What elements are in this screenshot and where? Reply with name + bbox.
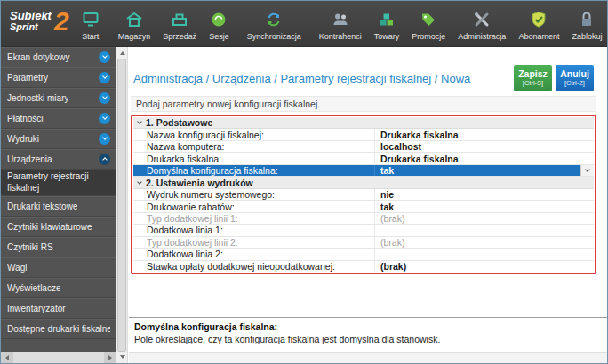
toolbar-item-start[interactable]: Start [75,1,107,46]
sidebar-item-inwentaryzator[interactable]: Inwentaryzator [1,298,116,319]
property-row-drukowanie-rabatow[interactable]: Drukowanie rabatów: tak [133,201,594,212]
sidebar-item-parametry[interactable]: Parametry [1,67,116,88]
toolbar-item-abonament[interactable]: Abonament [512,1,565,46]
property-row-typ-dodatkowej-linii-1[interactable]: Typ dodatkowej linii 1: (brak) [133,213,594,225]
sidebar-horizontal-scrollbar[interactable] [1,352,116,363]
scrollbar-thumb[interactable] [117,59,126,352]
shield-icon [529,10,548,29]
toolbar-item-synchronizacja[interactable]: Synchronizacja [241,1,308,46]
property-grid: 1. Podstawowe Nazwa konfiguracji fiskaln… [133,117,594,272]
field-description-panel: Domyślna konfiguracja fiskalna: Pole okr… [129,317,607,352]
toolbar-item-zablokuj[interactable]: Zablokuj [565,1,608,46]
cancel-button[interactable]: Anuluj [Ctrl-Z] [556,65,594,91]
property-row-typ-dodatkowej-linii-2[interactable]: Typ dodatkowej linii 2: (brak) [133,237,594,249]
content-bottom-strip [129,352,607,363]
toolbar-item-promocje[interactable]: Promocje [405,1,452,46]
field-description-title: Domyślna konfiguracja fiskalna: [134,321,600,332]
logo-line1: Subiekt [10,10,52,22]
sessions-icon [209,10,228,29]
scroll-left-icon[interactable] [1,352,13,363]
logo-line2: Sprint [10,22,52,33]
app-logo: Subiekt Sprint 2 [1,1,75,46]
content-vertical-scrollbar[interactable] [116,47,128,363]
sidebar-item-wagi[interactable]: Wagi [1,257,116,278]
sync-icon [264,10,284,29]
property-row-nazwa-konfiguracji-fiskalnej[interactable]: Nazwa konfiguracji fiskalnej: Drukarka f… [133,129,594,140]
scrollbar-track[interactable] [13,352,104,363]
chevron-down-icon[interactable] [99,133,110,145]
dropdown-button[interactable] [580,165,594,176]
property-row-stawka-oplaty-dodatkowej[interactable]: Stawka opłaty dodatkowej nieopodatkowane… [133,261,594,272]
scroll-up-icon[interactable] [116,48,128,59]
contractors-icon [331,10,350,29]
collapse-icon [137,179,142,185]
sidebar-item-ekran-dotykowy[interactable]: Ekran dotykowy [1,47,116,67]
sidebar-item-urzadzenia[interactable]: Urządzenia [1,149,116,170]
section-header-podstawowe[interactable]: 1. Podstawowe [133,117,594,129]
sidebar-item-jednostki-miary[interactable]: Jednostki miary [1,88,116,108]
breadcrumb[interactable]: Administracja / Urządzenia / Parametry r… [133,72,470,85]
property-row-wydruk-numeru-systemowego[interactable]: Wydruk numeru systemowego: nie [133,189,594,201]
sidebar-item-parametry-rejestracji-fiskalnej[interactable]: Parametry rejestracji fiskalnej [1,170,116,196]
scroll-down-icon[interactable] [116,352,128,362]
page-subtitle: Podaj parametry nowej konfiguracji fiska… [131,96,596,112]
sidebar-item-wyswietlacze[interactable]: Wyświetlacze [1,278,116,298]
logo-version-badge: 2 [54,10,69,33]
scroll-right-icon[interactable] [104,352,116,363]
sidebar-item-drukarki-tekstowe[interactable]: Drukarki tekstowe [1,196,116,217]
sidebar-navigation: Ekran dotykowy Parametry Jednostki miary… [1,47,116,363]
main-toolbar: Subiekt Sprint 2 Start Magazyn Sprzedaż [1,1,607,47]
field-description-text: Pole określające, czy ta konfiguracja fi… [134,334,600,344]
property-row-dodatkowa-linia-1[interactable]: Dodatkowa linia 1: [133,225,594,236]
property-row-domyslna-konfiguracja-fiskalna[interactable]: Domyślna konfiguracja fiskalna: tak [133,165,594,177]
sidebar-item-dostepne-drukarki-fiskalne[interactable]: Dostępne drukarki fiskalne [1,319,116,339]
app-window: Subiekt Sprint 2 Start Magazyn Sprzedaż [0,0,608,364]
cash-register-icon [170,10,189,29]
toolbar-item-sesje[interactable]: Sesje [203,1,236,46]
property-row-drukarka-fiskalna[interactable]: Drukarka fiskalna: Drukarka fiskalna [133,153,594,164]
sidebar-item-platnosci[interactable]: Płatności [1,108,116,129]
sidebar-item-czytniki-rs[interactable]: Czytniki RS [1,237,116,257]
chevron-down-icon[interactable] [99,72,110,83]
toolbar-item-sprzedaz[interactable]: Sprzedaż [156,1,203,46]
collapse-icon [137,119,142,124]
section-header-ustawienia-wydrukow[interactable]: 2. Ustawienia wydruków [133,177,594,188]
chevron-down-icon[interactable] [99,92,110,104]
toolbar-item-kontrahenci[interactable]: Kontrahenci [313,1,368,46]
promotions-icon [419,10,438,29]
toolbar-right-group: Abonament Zablokuj [512,1,608,46]
chevron-up-icon[interactable] [99,154,110,165]
toolbar-item-towary[interactable]: Towary [368,1,406,46]
property-row-nazwa-komputera[interactable]: Nazwa komputera: localhost [133,141,594,153]
content-header: Administracja / Urządzenia / Parametry r… [129,47,607,93]
main-content: Administracja / Urządzenia / Parametry r… [116,47,607,363]
chevron-down-icon[interactable] [99,51,110,63]
warehouse-icon [124,10,144,29]
lock-icon [577,10,596,29]
property-row-dodatkowa-linia-2[interactable]: Dodatkowa linia 2: [133,249,594,260]
goods-icon [377,10,396,29]
save-button[interactable]: Zapisz [Ctrl-S] [514,65,552,91]
sidebar-item-czytniki-klawiaturowe[interactable]: Czytniki klawiaturowe [1,217,116,237]
toolbar-item-magazyn[interactable]: Magazyn [112,1,157,46]
sidebar-item-wydruki[interactable]: Wydruki [1,129,116,149]
annotation-highlight: 1. Podstawowe Nazwa konfiguracji fiskaln… [131,115,596,274]
app-logo-text: Subiekt Sprint [10,10,52,32]
tools-icon [472,10,492,29]
toolbar-item-administracja[interactable]: Administracja [452,1,512,46]
start-icon [81,10,100,29]
chevron-down-icon[interactable] [99,113,110,124]
